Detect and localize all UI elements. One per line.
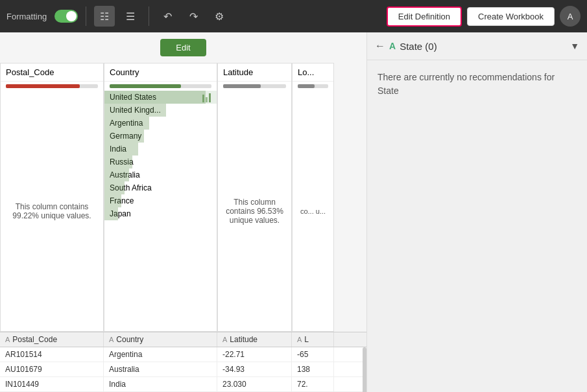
- country-item-japan[interactable]: Japan: [104, 207, 217, 220]
- country-item-germany[interactable]: Germany: [104, 130, 217, 143]
- th-postal-label: Postal_Code: [12, 335, 57, 344]
- data-table: A Postal_Code A Country A Latitude A L: [0, 332, 366, 392]
- th-latitude: A Latitude: [217, 332, 292, 347]
- scroll-indicator[interactable]: [363, 347, 366, 392]
- td-postal-0: AR101514: [0, 347, 104, 362]
- td-postal-1: AU101679: [0, 362, 104, 376]
- state-title: State (0): [400, 41, 566, 52]
- td-postal-2: IN101449: [0, 377, 104, 391]
- svg-rect-1: [206, 97, 208, 102]
- right-panel: ← A State (0) ▼ There are currently no r…: [366, 32, 587, 392]
- longitude-body: co... u...: [293, 91, 333, 331]
- toolbar: Formatting ☷ ☰ ↶ ↷ ⚙ Edit Definition Cre…: [0, 0, 587, 32]
- right-panel-body: There are currently no recommendations f…: [367, 60, 587, 392]
- country-list: United States United Kingd... Argen: [104, 91, 217, 331]
- th-longitude: A L: [292, 332, 334, 347]
- td-lon-0: -65: [292, 347, 334, 362]
- th-lat-label: Latitude: [230, 335, 258, 344]
- th-postal-code: A Postal_Code: [0, 332, 104, 347]
- postal-code-sparkline-fill: [6, 84, 80, 88]
- country-item-argentina[interactable]: Argentina: [104, 117, 217, 130]
- create-workbook-button[interactable]: Create Workbook: [467, 7, 555, 26]
- edit-button[interactable]: Edit: [160, 39, 206, 56]
- list-view-button[interactable]: ☰: [120, 6, 141, 27]
- table-row: AU101679 Australia -34.93 138: [0, 362, 366, 377]
- country-item-russia[interactable]: Russia: [104, 156, 217, 168]
- th-lat-type-icon: A: [222, 336, 227, 343]
- edit-button-row: Edit: [0, 32, 366, 63]
- us-mini-chart: [201, 92, 214, 105]
- th-country-type-icon: A: [109, 336, 114, 343]
- data-panel: Edit Postal_Code This column contains 99…: [0, 32, 366, 392]
- td-lat-2: 23.030: [217, 377, 292, 391]
- country-item-australia[interactable]: Australia: [104, 168, 217, 181]
- formatting-toggle[interactable]: [54, 10, 78, 23]
- column-longitude-header: Lo...: [293, 63, 333, 82]
- postal-code-sparkline: [6, 84, 98, 88]
- td-country-2: India: [104, 377, 217, 391]
- td-country-0: Argentina: [104, 347, 217, 362]
- longitude-sparkline: [298, 84, 328, 88]
- state-type-icon: A: [389, 41, 396, 51]
- chevron-down-icon[interactable]: ▼: [570, 41, 579, 51]
- column-longitude: Lo... co... u...: [292, 63, 334, 332]
- formatting-label: Formatting: [6, 12, 47, 21]
- th-country-label: Country: [116, 335, 143, 344]
- svg-rect-2: [209, 93, 211, 102]
- svg-rect-0: [202, 95, 204, 102]
- th-lon-type-icon: A: [297, 336, 302, 343]
- columns-area: Postal_Code This column contains 99.22% …: [0, 63, 366, 332]
- td-country-1: Australia: [104, 362, 217, 376]
- column-postal-code: Postal_Code This column contains 99.22% …: [0, 63, 104, 332]
- country-item-india[interactable]: India: [104, 143, 217, 156]
- table-scroll-area[interactable]: AR101514 Argentina -22.71 -65 AU101679 A…: [0, 347, 366, 392]
- right-panel-header: ← A State (0) ▼: [367, 32, 587, 60]
- longitude-sparkline-fill: [298, 84, 315, 88]
- country-item-france[interactable]: France: [104, 194, 217, 207]
- main-content: Edit Postal_Code This column contains 99…: [0, 32, 587, 392]
- td-lon-2: 72.: [292, 377, 334, 391]
- no-recommendations-text: There are currently no recommendations f…: [377, 71, 577, 98]
- settings-button[interactable]: ⚙: [209, 6, 230, 27]
- th-country: A Country: [104, 332, 217, 347]
- country-item-uk[interactable]: United Kingd...: [104, 104, 217, 117]
- th-postal-type-icon: A: [5, 336, 10, 343]
- redo-button[interactable]: ↷: [183, 6, 204, 27]
- latitude-sparkline-fill: [223, 84, 261, 88]
- edit-definition-button[interactable]: Edit Definition: [387, 6, 462, 27]
- country-item-us[interactable]: United States: [104, 91, 217, 104]
- country-sparkline-fill: [110, 84, 181, 88]
- column-latitude: Latitude This column contains 96.53% uni…: [217, 63, 292, 332]
- toolbar-divider-2: [149, 6, 149, 26]
- postal-code-body: This column contains 99.22% unique value…: [1, 91, 103, 331]
- toolbar-divider-1: [86, 6, 86, 26]
- td-lat-1: -34.93: [217, 362, 292, 376]
- undo-button[interactable]: ↶: [157, 6, 178, 27]
- table-row: IN101449 India 23.030 72.: [0, 377, 366, 392]
- column-country: Country United States: [104, 63, 217, 332]
- latitude-body: This column contains 96.53% unique value…: [218, 91, 291, 331]
- grid-view-button[interactable]: ☷: [94, 6, 115, 27]
- latitude-sparkline: [223, 84, 286, 88]
- column-country-header: Country: [104, 63, 217, 82]
- td-lon-1: 138: [292, 362, 334, 376]
- country-item-south-africa[interactable]: South Africa: [104, 181, 217, 194]
- column-latitude-header: Latitude: [218, 63, 291, 82]
- back-arrow-icon[interactable]: ←: [375, 40, 385, 52]
- user-avatar-button[interactable]: A: [560, 6, 581, 27]
- column-postal-code-header: Postal_Code: [1, 63, 103, 82]
- table-row: AR101514 Argentina -22.71 -65: [0, 347, 366, 362]
- th-lon-label: L: [304, 335, 309, 344]
- td-lat-0: -22.71: [217, 347, 292, 362]
- country-sparkline: [110, 84, 211, 88]
- table-header-row: A Postal_Code A Country A Latitude A L: [0, 332, 366, 347]
